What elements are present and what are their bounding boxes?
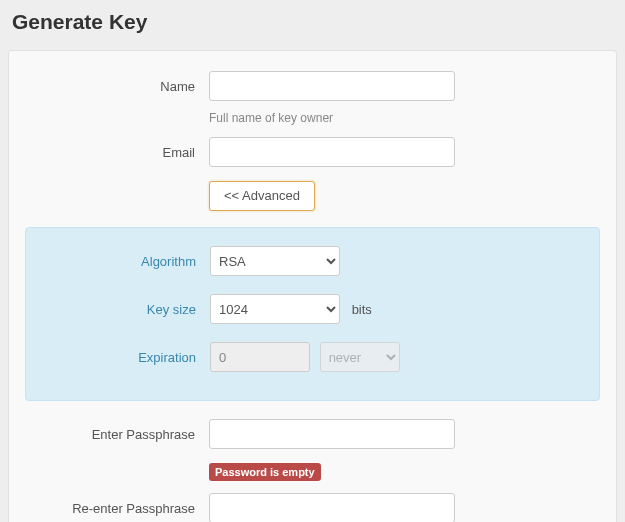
passphrase-label: Enter Passphrase [9, 427, 209, 442]
expiration-row: Expiration never [26, 342, 599, 372]
algorithm-label: Algorithm [26, 254, 210, 269]
email-label: Email [9, 145, 209, 160]
name-row: Name [9, 71, 616, 101]
name-help-text: Full name of key owner [209, 111, 616, 125]
passphrase-confirm-input[interactable] [209, 493, 455, 522]
passphrase-row: Enter Passphrase [9, 419, 616, 449]
advanced-section: Algorithm RSA Key size 1024 bits Expirat… [25, 227, 600, 401]
passphrase-input[interactable] [209, 419, 455, 449]
key-size-select[interactable]: 1024 [210, 294, 340, 324]
algorithm-row: Algorithm RSA [26, 246, 599, 276]
key-size-row: Key size 1024 bits [26, 294, 599, 324]
key-size-label: Key size [26, 302, 210, 317]
passphrase-confirm-row: Re-enter Passphrase [9, 493, 616, 522]
key-size-unit: bits [352, 302, 372, 317]
algorithm-select[interactable]: RSA [210, 246, 340, 276]
generate-key-panel: Name Full name of key owner Email << Adv… [8, 50, 617, 522]
name-input[interactable] [209, 71, 455, 101]
email-input[interactable] [209, 137, 455, 167]
advanced-toggle-button[interactable]: << Advanced [209, 181, 315, 211]
name-label: Name [9, 79, 209, 94]
email-row: Email [9, 137, 616, 167]
passphrase-error-badge: Password is empty [209, 463, 321, 481]
page-title: Generate Key [12, 10, 625, 34]
passphrase-confirm-label: Re-enter Passphrase [9, 501, 209, 516]
expiration-input [210, 342, 310, 372]
expiration-unit-select: never [320, 342, 400, 372]
expiration-label: Expiration [26, 350, 210, 365]
